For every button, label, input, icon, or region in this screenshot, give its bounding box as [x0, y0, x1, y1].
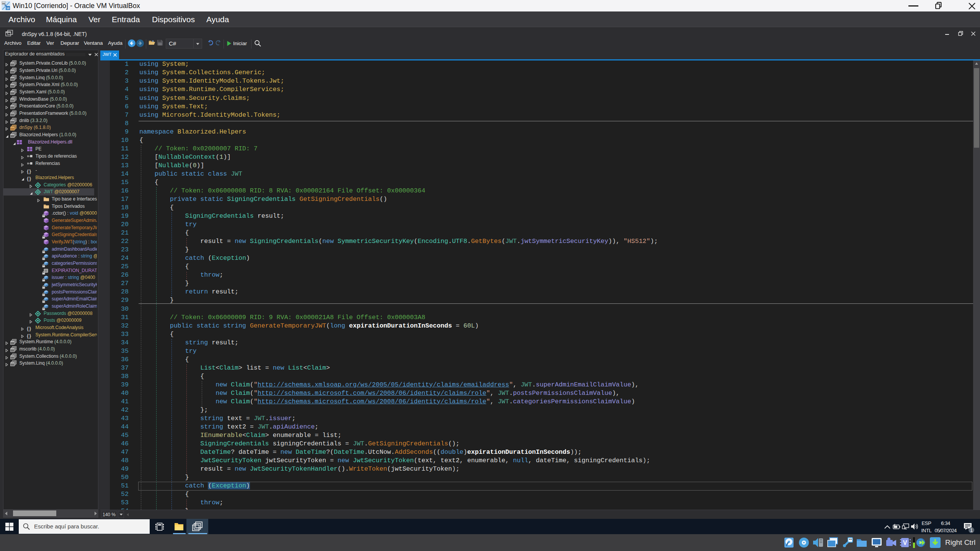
svg-text:64: 64 [2, 2, 5, 5]
svg-text:V: V [903, 540, 907, 546]
svg-text:10: 10 [7, 7, 10, 10]
svg-text:1: 1 [970, 528, 973, 533]
